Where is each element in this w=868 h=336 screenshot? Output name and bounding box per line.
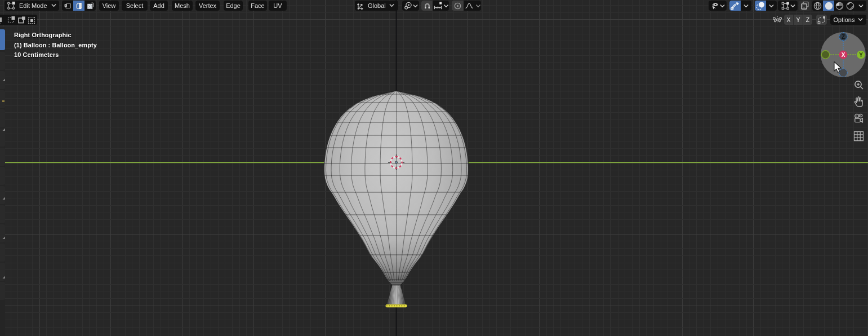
svg-text:Y: Y: [859, 52, 863, 58]
svg-text:X: X: [842, 52, 845, 58]
svg-text:Z: Z: [842, 34, 845, 40]
